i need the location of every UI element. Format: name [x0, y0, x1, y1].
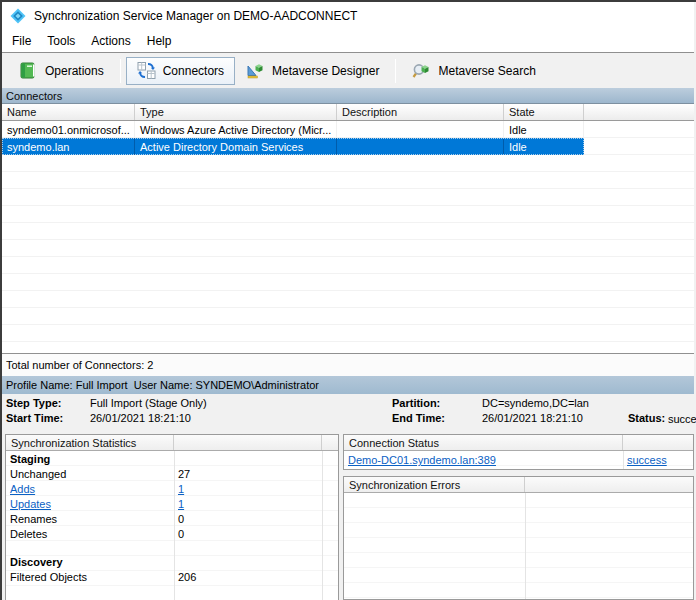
column-header-name[interactable]: Name: [2, 104, 135, 120]
connectors-button[interactable]: Connectors: [126, 57, 235, 85]
connectors-caption-bar: Connectors: [2, 88, 694, 104]
connection-status-header: Connection Status: [344, 435, 693, 451]
connection-status-panel: Connection Status Demo-DC01.syndemo.lan:…: [343, 434, 694, 470]
sync-statistics-body: Staging Unchanged 27 Adds 1 Updates 1 Re…: [6, 451, 338, 600]
cell-name: syndemo.lan: [2, 138, 135, 155]
stat-value: 206: [174, 571, 196, 583]
connection-status-header-empty: [623, 435, 693, 450]
sync-errors-header-title: Synchronization Errors: [344, 477, 525, 492]
updates-link[interactable]: Updates: [10, 498, 51, 510]
title-bar: Synchronization Service Manager on DEMO-…: [2, 2, 694, 30]
operations-book-icon: [19, 61, 38, 80]
stat-label: Renames: [6, 513, 174, 525]
connection-status-header-title: Connection Status: [344, 435, 623, 450]
connectors-total-text: Total number of Connectors: 2: [6, 359, 153, 371]
stat-value: 0: [174, 513, 184, 525]
sync-service-manager-window: Synchronization Service Manager on DEMO-…: [0, 0, 696, 600]
adds-count-link[interactable]: 1: [178, 483, 184, 495]
connection-result-link[interactable]: success: [627, 454, 667, 466]
step-type-value: Full Import (Stage Only): [90, 397, 207, 409]
metaverse-search-button-label: Metaverse Search: [438, 64, 535, 78]
sync-statistics-header-empty: [174, 435, 322, 450]
view-toolbar: Operations Connectors: [2, 52, 694, 88]
metaverse-search-button[interactable]: Metaverse Search: [401, 57, 546, 85]
toolbar-separator: [120, 59, 121, 83]
connectors-table-header: Name Type Description State: [2, 104, 694, 121]
partition-value: DC=syndemo,DC=lan: [482, 397, 589, 409]
staging-section-title: Staging: [6, 453, 174, 465]
connection-server-link[interactable]: Demo-DC01.syndemo.lan:389: [348, 454, 496, 466]
stats-row-filtered-objects: Filtered Objects 206: [6, 569, 338, 584]
cell-name: syndemo01.onmicrosof...: [2, 121, 135, 138]
profile-caption-text: Profile Name: Full Import User Name: SYN…: [6, 379, 319, 391]
menu-help[interactable]: Help: [139, 31, 180, 51]
app-diamond-icon: [10, 8, 26, 24]
stat-value: 0: [174, 528, 184, 540]
operations-button[interactable]: Operations: [8, 57, 115, 85]
connectors-table-body: syndemo01.onmicrosof... Windows Azure Ac…: [2, 121, 694, 353]
connectors-total-bar: Total number of Connectors: 2: [2, 353, 694, 376]
column-header-type[interactable]: Type: [135, 104, 337, 120]
window-title: Synchronization Service Manager on DEMO-…: [34, 9, 357, 23]
metaverse-designer-button[interactable]: Metaverse Designer: [235, 57, 390, 85]
cell-type: Windows Azure Active Directory (Micr...: [135, 121, 337, 138]
stats-row-unchanged: Unchanged 27: [6, 466, 338, 481]
stat-label: Filtered Objects: [6, 571, 174, 583]
end-time-label: End Time:: [392, 412, 445, 424]
operations-button-label: Operations: [45, 64, 104, 78]
menu-file[interactable]: File: [4, 31, 39, 51]
sync-errors-header-empty: [525, 477, 693, 492]
metaverse-search-icon: [412, 61, 431, 80]
stats-section-staging: Staging: [6, 451, 338, 466]
metaverse-designer-icon: [246, 61, 265, 80]
stat-label: Deletes: [6, 528, 174, 540]
start-time-label: Start Time:: [6, 412, 63, 424]
sync-errors-panel: Synchronization Errors: [343, 476, 694, 600]
updates-count-link[interactable]: 1: [178, 498, 184, 510]
adds-link[interactable]: Adds: [10, 483, 35, 495]
start-time-value: 26/01/2021 18:21:10: [90, 412, 191, 424]
stats-row-renames: Renames 0: [6, 511, 338, 526]
connection-status-row: Demo-DC01.syndemo.lan:389 success: [344, 452, 693, 468]
connectors-button-label: Connectors: [163, 64, 224, 78]
stat-label: Unchanged: [6, 468, 174, 480]
connection-status-body: Demo-DC01.syndemo.lan:389 success: [344, 451, 693, 469]
sync-statistics-header: Synchronization Statistics: [6, 435, 338, 451]
metaverse-designer-button-label: Metaverse Designer: [272, 64, 379, 78]
toolbar-separator: [395, 59, 396, 83]
status-label: Status:: [628, 412, 665, 424]
menu-tools[interactable]: Tools: [39, 31, 83, 51]
sync-errors-header: Synchronization Errors: [344, 477, 693, 493]
stats-row-deletes: Deletes 0: [6, 526, 338, 541]
column-divider: [525, 493, 526, 599]
stats-section-discovery: Discovery: [6, 554, 338, 569]
end-time-value: 26/01/2021 18:21:10: [482, 412, 583, 424]
profile-caption-bar: Profile Name: Full Import User Name: SYN…: [2, 376, 694, 394]
results-panel-zone: Synchronization Statistics Staging Uncha…: [2, 432, 694, 600]
step-type-label: Step Type:: [6, 397, 61, 409]
cell-description: [337, 138, 504, 155]
connectors-caption: Connectors: [6, 90, 62, 102]
status-value: success: [668, 413, 696, 425]
connectors-sync-icon: [137, 61, 156, 80]
partition-label: Partition:: [392, 397, 440, 409]
cell-state: Idle: [504, 121, 584, 138]
stats-row-updates: Updates 1: [6, 496, 338, 511]
cell-type: Active Directory Domain Services: [135, 138, 337, 155]
sync-statistics-header-empty2: [322, 435, 338, 450]
stats-row-adds: Adds 1: [6, 481, 338, 496]
discovery-section-title: Discovery: [6, 556, 174, 568]
connector-row-ad-selected[interactable]: syndemo.lan Active Directory Domain Serv…: [2, 138, 584, 155]
column-header-description[interactable]: Description: [337, 104, 504, 120]
column-header-empty[interactable]: [584, 104, 694, 120]
menu-actions[interactable]: Actions: [83, 31, 138, 51]
sync-errors-body: [344, 493, 693, 599]
connector-row-aad[interactable]: syndemo01.onmicrosof... Windows Azure Ac…: [2, 121, 694, 138]
cell-state: Idle: [504, 138, 584, 155]
cell-description: [337, 121, 504, 138]
sync-statistics-panel: Synchronization Statistics Staging Uncha…: [5, 434, 339, 600]
stat-value: 27: [174, 468, 190, 480]
menu-bar: File Tools Actions Help: [2, 30, 694, 52]
run-details-panel: Step Type: Full Import (Stage Only) Star…: [2, 394, 694, 432]
column-header-state[interactable]: State: [504, 104, 584, 120]
